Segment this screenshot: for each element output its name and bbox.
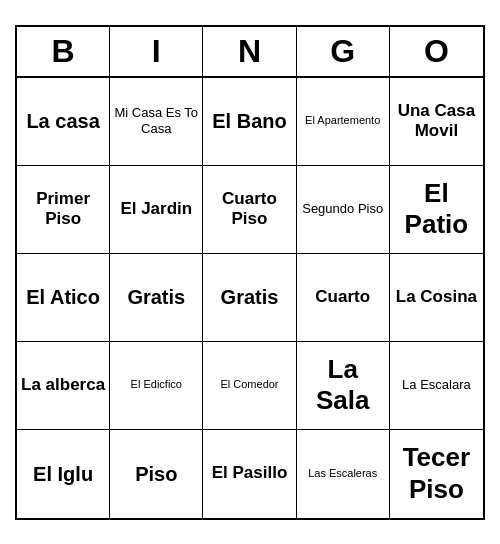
- header-letter: I: [110, 27, 203, 76]
- cell-text: Tecer Piso: [394, 442, 479, 504]
- bingo-cell: Segundo Piso: [297, 166, 390, 254]
- bingo-cell: El Edicfico: [110, 342, 203, 430]
- cell-text: Piso: [135, 462, 177, 486]
- bingo-cell: Cuarto: [297, 254, 390, 342]
- bingo-cell: Piso: [110, 430, 203, 518]
- cell-text: El Atico: [26, 285, 100, 309]
- cell-text: Mi Casa Es To Casa: [114, 105, 198, 136]
- bingo-cell: Una Casa Movil: [390, 78, 483, 166]
- bingo-header: BINGO: [17, 27, 483, 78]
- bingo-cell: El Patio: [390, 166, 483, 254]
- bingo-cell: Gratis: [110, 254, 203, 342]
- bingo-cell: La alberca: [17, 342, 110, 430]
- bingo-cell: El Atico: [17, 254, 110, 342]
- bingo-cell: Primer Piso: [17, 166, 110, 254]
- bingo-cell: El Bano: [203, 78, 296, 166]
- cell-text: El Pasillo: [212, 463, 288, 483]
- cell-text: Una Casa Movil: [394, 101, 479, 142]
- bingo-card: BINGO La casaMi Casa Es To CasaEl BanoEl…: [15, 25, 485, 520]
- bingo-cell: Las Escaleras: [297, 430, 390, 518]
- cell-text: El Jardin: [120, 199, 192, 219]
- cell-text: Gratis: [127, 285, 185, 309]
- bingo-cell: La Cosina: [390, 254, 483, 342]
- cell-text: El Edicfico: [131, 378, 182, 391]
- cell-text: La Sala: [301, 354, 385, 416]
- cell-text: Gratis: [221, 285, 279, 309]
- header-letter: N: [203, 27, 296, 76]
- cell-text: El Patio: [394, 178, 479, 240]
- cell-text: La Escalara: [402, 377, 471, 393]
- bingo-cell: El Pasillo: [203, 430, 296, 518]
- bingo-cell: Tecer Piso: [390, 430, 483, 518]
- bingo-grid: La casaMi Casa Es To CasaEl BanoEl Apart…: [17, 78, 483, 518]
- bingo-cell: Mi Casa Es To Casa: [110, 78, 203, 166]
- cell-text: El Iglu: [33, 462, 93, 486]
- header-letter: B: [17, 27, 110, 76]
- header-letter: O: [390, 27, 483, 76]
- cell-text: La casa: [26, 109, 99, 133]
- cell-text: Cuarto Piso: [207, 189, 291, 230]
- cell-text: El Bano: [212, 109, 286, 133]
- cell-text: Las Escaleras: [308, 467, 377, 480]
- cell-text: El Comedor: [220, 378, 278, 391]
- bingo-cell: El Apartemento: [297, 78, 390, 166]
- bingo-cell: El Iglu: [17, 430, 110, 518]
- header-letter: G: [297, 27, 390, 76]
- bingo-cell: El Jardin: [110, 166, 203, 254]
- bingo-cell: La casa: [17, 78, 110, 166]
- cell-text: El Apartemento: [305, 114, 380, 127]
- cell-text: La Cosina: [396, 287, 477, 307]
- cell-text: La alberca: [21, 375, 105, 395]
- cell-text: Primer Piso: [21, 189, 105, 230]
- bingo-cell: La Escalara: [390, 342, 483, 430]
- bingo-cell: La Sala: [297, 342, 390, 430]
- cell-text: Segundo Piso: [302, 201, 383, 217]
- cell-text: Cuarto: [315, 287, 370, 307]
- bingo-cell: Gratis: [203, 254, 296, 342]
- bingo-cell: Cuarto Piso: [203, 166, 296, 254]
- bingo-cell: El Comedor: [203, 342, 296, 430]
